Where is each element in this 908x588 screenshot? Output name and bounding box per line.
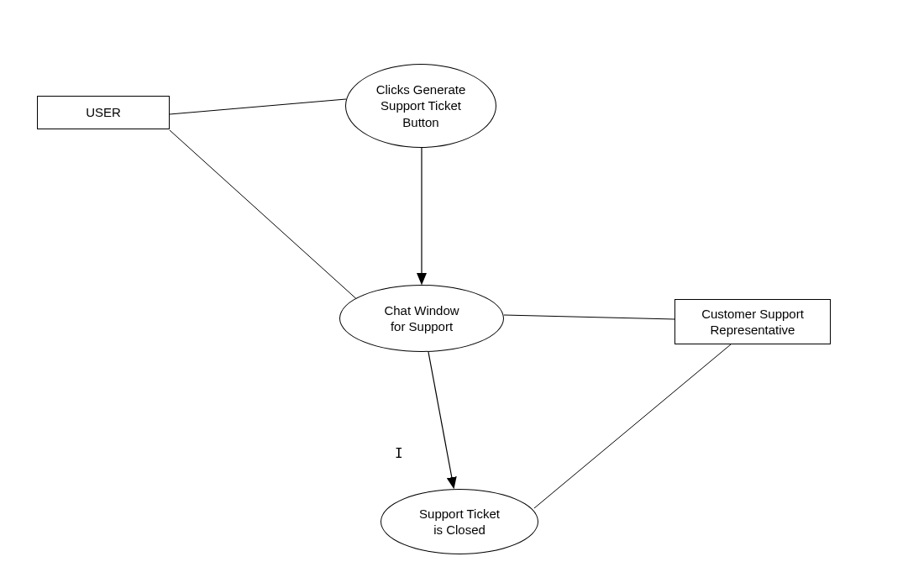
node-csr-l1: Customer Support	[701, 306, 804, 323]
node-clicks-generate-l1: Clicks Generate	[376, 81, 466, 98]
node-clicks-generate-l2: Support Ticket	[376, 97, 466, 114]
node-user-label: USER	[86, 104, 121, 121]
node-ticket-closed-l2: is Closed	[419, 522, 500, 538]
node-csr: Customer Support Representative	[674, 299, 831, 344]
edge-user-clicks	[170, 99, 346, 114]
edge-chat-csr	[504, 315, 674, 319]
node-clicks-generate-l3: Button	[376, 114, 466, 131]
node-chat-window-l2: for Support	[384, 318, 459, 335]
edge-chat-closed	[428, 352, 454, 487]
node-ticket-closed-l1: Support Ticket	[419, 506, 500, 522]
node-clicks-generate: Clicks Generate Support Ticket Button	[345, 64, 496, 148]
node-ticket-closed: Support Ticket is Closed	[381, 489, 538, 554]
node-chat-window: Chat Window for Support	[339, 285, 504, 352]
node-user: USER	[37, 96, 170, 129]
edge-user-chat	[170, 130, 370, 311]
edge-csr-closed	[534, 344, 731, 508]
node-chat-window-l1: Chat Window	[384, 302, 459, 319]
text-cursor-icon: I	[395, 445, 403, 461]
node-csr-l2: Representative	[701, 322, 804, 339]
